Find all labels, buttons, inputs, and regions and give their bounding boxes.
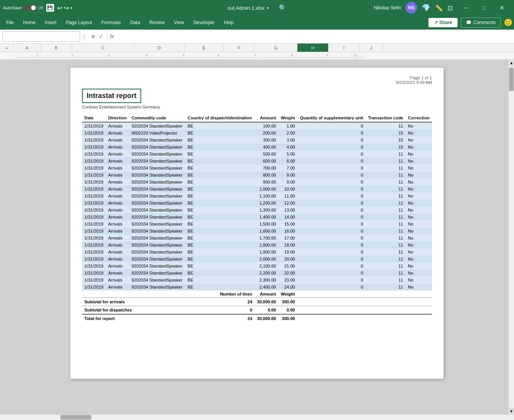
menu-home[interactable]: Home (18, 18, 40, 27)
table-row: 1/31/2019 Arrivals 9202034 StandardSpeak… (82, 122, 432, 130)
share-button[interactable]: ↗ Share (428, 18, 458, 27)
header-transaction: Transaction code (365, 114, 406, 122)
formula-input[interactable]: Intrastat report (118, 33, 512, 40)
report-title: Intrastat report (82, 89, 141, 103)
select-all-corner[interactable]: ▲ (0, 44, 14, 52)
company-name: Contoso Entertainment System Germany (82, 105, 432, 109)
horizontal-scrollbar-area (0, 414, 514, 420)
autosave-state: Off (38, 6, 43, 10)
scroll-down-button[interactable]: ▼ (509, 408, 514, 414)
minimize-button[interactable]: ─ (457, 0, 475, 16)
fx-label: fx (107, 33, 116, 39)
cancel-formula-icon[interactable]: ✕ (91, 33, 96, 40)
header-quantity: Quantity of supplementary unit (297, 114, 365, 122)
table-row: 1/31/2019 Arrivals 9202034 StandardSpeak… (82, 242, 432, 248)
menu-help[interactable]: Help (219, 18, 238, 27)
menu-view[interactable]: View (170, 18, 189, 27)
confirm-formula-icon[interactable]: ✓ (99, 33, 103, 40)
menu-formulas[interactable]: Formulas (97, 18, 126, 27)
col-header-g[interactable]: G (255, 44, 297, 52)
menu-review[interactable]: Review (145, 18, 169, 27)
user-name: Nikolay Selin (374, 5, 401, 10)
page-content-area[interactable]: Page 1 of 1 8/23/2021 9:49 AM Intrastat … (0, 60, 514, 414)
col-header-j[interactable]: J (360, 44, 383, 52)
restore-icon[interactable]: ⊡ (448, 4, 453, 12)
name-box[interactable]: ReportTitleText (2, 32, 80, 42)
save-icon[interactable]: 💾 (46, 4, 54, 12)
table-row: 1/31/2019 Arrivals 9202034 StandardSpeak… (82, 206, 432, 214)
formula-icons: ✕ ✓ (89, 33, 106, 40)
table-row: 1/31/2019 Arrivals 9202034 StandardSpeak… (82, 164, 432, 172)
header-country: Country of dispatch/destination (185, 114, 254, 122)
header-weight: Weight (278, 114, 297, 122)
redo-icon[interactable]: ↪ (64, 4, 69, 12)
autosave-control[interactable]: AutoSave Off (3, 5, 43, 11)
subtotal-dispatches-weight: 0.00 (278, 306, 297, 315)
comments-button[interactable]: 💬 Comments (461, 18, 501, 28)
scroll-up-button[interactable]: ▲ (509, 60, 514, 66)
page-header: Page 1 of 1 8/23/2021 9:49 AM (82, 75, 432, 85)
undo-icon[interactable]: ↩ (57, 4, 62, 12)
col-header-i[interactable]: I (329, 44, 360, 52)
autosave-toggle[interactable] (23, 5, 37, 11)
print-page: Page 1 of 1 8/23/2021 9:49 AM Intrastat … (70, 68, 444, 379)
menu-insert[interactable]: Insert (40, 18, 61, 27)
comment-icon: 💬 (466, 20, 472, 25)
svg-text:6: 6 (217, 53, 219, 57)
table-row: 1/31/2019 Arrivals 9202034 StandardSpeak… (82, 172, 432, 178)
undo-dropdown-icon[interactable]: ▾ (70, 6, 72, 10)
table-row: 1/31/2019 Arrivals 9202034 StandardSpeak… (82, 158, 432, 164)
title-bar-left: AutoSave Off 💾 ↩ ↪ ▾ (3, 4, 172, 12)
table-row: 1/31/2019 Arrivals 9202034 StandardSpeak… (82, 200, 432, 206)
menu-data[interactable]: Data (126, 18, 145, 27)
table-row: 1/31/2019 Arrivals 9202034 StandardSpeak… (82, 248, 432, 256)
subtotal-arrivals-label: Subtotal for arrivals (82, 298, 185, 306)
menu-page-layout[interactable]: Page Layout (61, 18, 96, 27)
table-row: 1/31/2019 Arrivals 9202034 StandardSpeak… (82, 234, 432, 242)
svg-text:8: 8 (291, 53, 293, 57)
menu-file[interactable]: File (2, 18, 18, 27)
pen-icon[interactable]: ✏️ (435, 4, 443, 12)
col-header-c[interactable]: C (72, 44, 134, 52)
col-header-b[interactable]: B (41, 44, 72, 52)
table-row: 1/31/2019 Arrivals 9202034 StandardSpeak… (82, 270, 432, 276)
total-weight: 300.00 (278, 314, 297, 322)
col-header-h[interactable]: H (297, 44, 329, 52)
diamond-icon[interactable]: 💎 (422, 4, 430, 12)
print-date: 8/23/2021 9:49 AM (82, 80, 432, 85)
table-row: 1/31/2019 Arrivals 9202034 StandardSpeak… (82, 150, 432, 158)
col-header-a[interactable]: A (14, 44, 41, 52)
col-header-d[interactable]: D (134, 44, 185, 52)
table-row: 1/31/2019 Arrivals 9202034 StandardSpeak… (82, 256, 432, 262)
page-number: Page 1 of 1 (82, 75, 432, 80)
search-icon[interactable]: 🔍 (279, 4, 287, 12)
user-avatar[interactable]: NS (406, 2, 417, 14)
table-row: 1/31/2019 Arrivals 9202034 StandardSpeak… (82, 262, 432, 270)
more-options-icon[interactable]: ⋮ (82, 33, 87, 40)
menu-developer[interactable]: Developer (189, 18, 219, 27)
svg-text:7: 7 (254, 53, 256, 57)
title-bar-right: Nikolay Selin NS 💎 ✏️ ⊡ ─ □ ✕ (342, 0, 511, 16)
maximize-button[interactable]: □ (475, 0, 493, 16)
feedback-icon[interactable]: 🙂 (504, 18, 512, 27)
undo-redo-group[interactable]: ↩ ↪ ▾ (57, 4, 72, 12)
close-button[interactable]: ✕ (493, 0, 511, 16)
formula-bar: ReportTitleText ⋮ ✕ ✓ fx Intrastat repor… (0, 30, 514, 44)
header-commodity: Commodity code (129, 114, 185, 122)
table-row: 1/31/2019 Arrivals 9202034 StandardSpeak… (82, 192, 432, 200)
toggle-knob (31, 5, 36, 10)
vertical-scrollbar[interactable]: ▲ ▼ (508, 60, 514, 414)
col-header-f[interactable]: F (224, 44, 255, 52)
table-row: 1/31/2019 Arrivals 9202034 StandardSpeak… (82, 284, 432, 290)
title-bar-center: out.Admin.1.xlsx ▾ 🔍 (172, 4, 341, 12)
column-headers: A B C D E F G H I J (14, 44, 514, 52)
svg-text:9: 9 (326, 53, 328, 57)
hscroll-thumb[interactable] (60, 415, 91, 420)
table-row: 1/31/2019 Arrivals 9202034 StandardSpeak… (82, 186, 432, 192)
filename-dropdown-icon[interactable]: ▾ (267, 6, 269, 10)
horizontal-scrollbar[interactable] (21, 415, 508, 420)
scroll-thumb[interactable] (509, 68, 514, 91)
ruler: 1 2 3 4 5 6 7 8 9 10 (0, 52, 514, 60)
num-lines-label: Number of lines (185, 290, 254, 298)
col-header-e[interactable]: E (185, 44, 224, 52)
